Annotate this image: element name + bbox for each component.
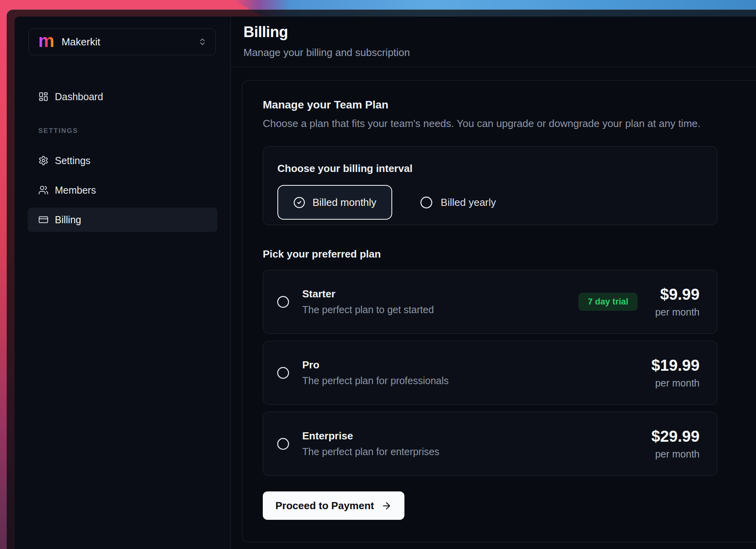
billed-yearly-option[interactable]: Billed yearly [420,196,496,209]
radio-circle-icon [420,196,433,209]
radio-circle-icon[interactable] [277,295,290,308]
billed-yearly-label: Billed yearly [441,196,496,209]
plan-description: The perfect plan for enterprises [302,446,439,458]
arrow-right-icon [381,500,392,511]
billing-interval-options: Billed monthly Billed yearly [277,185,717,220]
plan-info: Enterprise The perfect plan for enterpri… [302,430,439,458]
workspace-name: Makerkit [62,36,100,48]
billing-interval-box: Choose your billing interval Billed mont… [263,146,717,225]
plan-price: $29.99 [651,428,700,445]
billed-monthly-label: Billed monthly [313,196,376,209]
plan-price: $19.99 [651,357,700,374]
radio-circle-icon[interactable] [277,437,290,450]
sidebar-item-label: Dashboard [55,91,103,103]
proceed-to-payment-button[interactable]: Proceed to Payment [263,491,404,520]
plan-row-starter[interactable]: Starter The perfect plan to get started … [263,270,717,334]
sidebar-item-settings[interactable]: Settings [28,148,217,173]
proceed-to-payment-label: Proceed to Payment [275,500,374,512]
plan-period: per month [655,377,700,389]
plan-name: Starter [302,288,434,300]
gear-icon [38,155,49,166]
price-block: $29.99 per month [651,428,700,460]
price-block: $19.99 per month [651,357,700,389]
credit-card-icon [38,215,49,225]
price-block: $9.99 per month [655,286,700,318]
plan-right: $19.99 per month [651,357,700,389]
billing-interval-label: Choose your billing interval [277,162,717,175]
card-title: Manage your Team Plan [263,99,756,111]
sidebar-item-dashboard[interactable]: Dashboard [28,84,217,109]
sidebar-item-members[interactable]: Members [28,178,217,202]
plan-info: Starter The perfect plan to get started [302,288,434,316]
card-description: Choose a plan that fits your team's need… [263,118,756,130]
dashboard-icon [38,92,49,102]
plan-price: $9.99 [660,286,700,303]
main-content: Billing Manage your billing and subscrip… [231,17,756,549]
sidebar: m Makerkit Dashboard SETTINGS Settings [15,17,231,549]
workspace-selector[interactable]: m Makerkit [28,28,216,55]
plan-row-enterprise[interactable]: Enterprise The perfect plan for enterpri… [263,412,717,476]
trial-badge: 7 day trial [578,293,638,311]
sidebar-section-settings: SETTINGS [28,126,217,136]
sidebar-item-billing[interactable]: Billing [28,207,217,232]
makerkit-logo-icon: m [38,32,54,50]
app-window: m Makerkit Dashboard SETTINGS Settings [15,17,756,549]
plan-description: The perfect plan to get started [302,304,434,316]
plan-info: Pro The perfect plan for professionals [302,359,449,387]
plan-period: per month [655,448,700,460]
team-plan-card: Manage your Team Plan Choose a plan that… [242,80,756,542]
chevrons-up-down-icon [198,37,207,46]
page-subtitle: Manage your billing and subscription [243,47,410,59]
plans-label: Pick your preferred plan [263,248,756,260]
radio-circle-icon[interactable] [277,366,290,379]
check-circle-icon [293,196,305,209]
plan-name: Pro [302,359,449,371]
plan-name: Enterprise [302,430,439,442]
plan-period: per month [655,306,700,318]
plan-right: 7 day trial $9.99 per month [578,286,700,318]
plan-row-pro[interactable]: Pro The perfect plan for professionals $… [263,341,717,405]
page-title: Billing [243,24,288,41]
plan-right: $29.99 per month [651,428,700,460]
page-header: Billing Manage your billing and subscrip… [243,17,756,67]
sidebar-item-label: Settings [55,155,90,166]
sidebar-item-label: Members [55,185,96,196]
sidebar-item-label: Billing [55,214,81,226]
header-divider [231,67,756,67]
billed-monthly-option[interactable]: Billed monthly [277,185,392,220]
plan-description: The perfect plan for professionals [302,375,449,387]
users-icon [38,185,49,195]
